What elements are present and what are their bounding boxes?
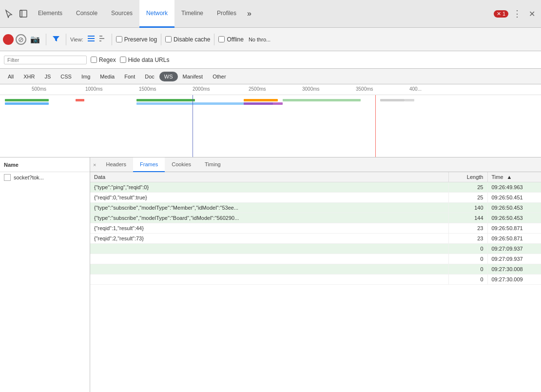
sort-arrow: ▲ xyxy=(507,174,512,180)
cell-time-1: 09:26:50.451 xyxy=(487,193,541,203)
cell-length-2: 140 xyxy=(448,203,487,213)
svg-rect-6 xyxy=(99,38,104,39)
col-header-length[interactable]: Length xyxy=(448,172,487,182)
type-filter-img[interactable]: Img xyxy=(77,72,95,81)
record-button[interactable] xyxy=(3,34,14,45)
more-options-button[interactable]: ⋮ xyxy=(510,7,524,20)
table-row[interactable]: {"reqid":2,"result":73}2309:26:50.871 xyxy=(90,234,541,244)
net-bar-10 xyxy=(405,99,414,101)
col-header-data[interactable]: Data xyxy=(90,172,448,182)
table-row[interactable]: {"type":"subscribe","modelType":"Member"… xyxy=(90,203,541,213)
type-filter-ws[interactable]: WS xyxy=(159,72,178,81)
ruler-tick-1: 1000ms xyxy=(85,86,103,92)
regex-checkbox[interactable] xyxy=(91,57,97,63)
tab-network[interactable]: Network xyxy=(139,0,174,28)
separator-5 xyxy=(214,34,214,45)
hide-data-urls-checkbox[interactable] xyxy=(120,57,126,63)
cell-length-9: 0 xyxy=(448,274,487,285)
preserve-log-text: Preserve log xyxy=(124,36,157,43)
tab-timing[interactable]: Timing xyxy=(198,157,228,172)
view-list-icon[interactable] xyxy=(86,34,96,45)
table-row[interactable]: {"type":"subscribe","modelType":"Board",… xyxy=(90,213,541,223)
svg-rect-4 xyxy=(88,40,95,41)
table-row[interactable]: 009:27:30.009 xyxy=(90,274,541,285)
net-bar-9 xyxy=(380,99,405,101)
table-row[interactable]: 009:27:09.937 xyxy=(90,254,541,264)
type-filter-css[interactable]: CSS xyxy=(56,72,77,81)
table-row[interactable]: 009:27:09.937 xyxy=(90,244,541,254)
tab-elements[interactable]: Elements xyxy=(31,0,69,28)
net-bar-6 xyxy=(244,99,278,101)
table-row[interactable]: {"type":"ping","reqid":0}2509:26:49.963 xyxy=(90,182,541,193)
separator-3 xyxy=(112,34,112,45)
tab-sources[interactable]: Sources xyxy=(104,0,139,28)
type-filter-font[interactable]: Font xyxy=(119,72,140,81)
tab-headers[interactable]: Headers xyxy=(99,157,133,172)
cell-length-6: 0 xyxy=(448,244,487,254)
tab-cookies[interactable]: Cookies xyxy=(165,157,198,172)
filter-button[interactable] xyxy=(50,34,62,45)
disable-cache-label[interactable]: Disable cache xyxy=(165,36,210,43)
devtools-close-button[interactable]: ✕ xyxy=(525,9,539,19)
cell-length-5: 23 xyxy=(448,234,487,244)
cell-length-0: 25 xyxy=(448,182,487,193)
more-tabs-button[interactable]: » xyxy=(243,9,255,18)
dock-icon[interactable] xyxy=(17,7,30,20)
left-item-socket[interactable]: socket?tok... xyxy=(0,172,90,183)
right-panel: × Headers Frames Cookies Timing Data Len… xyxy=(90,157,541,392)
cell-data-0: {"type":"ping","reqid":0} xyxy=(90,182,448,193)
offline-checkbox[interactable] xyxy=(218,36,225,42)
col-header-time[interactable]: Time ▲ xyxy=(487,172,541,182)
net-bar-1 xyxy=(5,99,49,101)
table-row[interactable]: 009:27:30.008 xyxy=(90,264,541,274)
left-panel: Name socket?tok... xyxy=(0,157,90,392)
disable-cache-checkbox[interactable] xyxy=(165,36,172,42)
type-filter-all[interactable]: All xyxy=(3,72,19,81)
svg-rect-5 xyxy=(99,36,102,37)
hide-data-urls-label[interactable]: Hide data URLs xyxy=(120,57,170,63)
type-filter-xhr[interactable]: XHR xyxy=(19,72,39,81)
main-area: Name socket?tok... × Headers Frames Cook… xyxy=(0,157,541,392)
panel-tab-close[interactable]: × xyxy=(90,162,99,168)
cell-data-2: {"type":"subscribe","modelType":"Member"… xyxy=(90,203,448,213)
socket-name: socket?tok... xyxy=(14,175,44,180)
cell-length-4: 23 xyxy=(448,223,487,234)
regex-text: Regex xyxy=(99,57,116,63)
regex-label[interactable]: Regex xyxy=(91,57,116,63)
frames-scroll[interactable]: Data Length Time ▲ {"type":"ping","reqid… xyxy=(90,172,541,392)
cell-time-2: 09:26:50.453 xyxy=(487,203,541,213)
tab-console[interactable]: Console xyxy=(69,0,104,28)
cell-time-7: 09:27:09.937 xyxy=(487,254,541,264)
type-filter-doc[interactable]: Doc xyxy=(140,72,159,81)
cell-time-6: 09:27:09.937 xyxy=(487,244,541,254)
table-row[interactable]: {"reqid":0,"result":true}2509:26:50.451 xyxy=(90,193,541,203)
net-bar-8 xyxy=(283,99,361,101)
ruler-tick-6: 3500ms xyxy=(356,86,373,92)
stop-button[interactable]: ⊘ xyxy=(16,34,26,45)
preserve-log-checkbox[interactable] xyxy=(116,36,122,42)
offline-label[interactable]: Offline xyxy=(218,36,243,43)
cursor-icon[interactable] xyxy=(2,7,16,20)
separator-1 xyxy=(46,34,46,45)
preserve-log-label[interactable]: Preserve log xyxy=(116,36,157,43)
type-filter-js[interactable]: JS xyxy=(39,72,56,81)
tab-profiles[interactable]: Profiles xyxy=(210,0,243,28)
svg-rect-2 xyxy=(88,36,95,37)
cell-length-1: 25 xyxy=(448,193,487,203)
tab-timeline[interactable]: Timeline xyxy=(174,0,210,28)
cell-data-9 xyxy=(90,274,448,285)
type-filter-other[interactable]: Other xyxy=(208,72,231,81)
error-badge: ✕ 1 xyxy=(494,10,508,18)
view-label: View: xyxy=(70,37,83,42)
type-filter-media[interactable]: Media xyxy=(95,72,119,81)
ruler-tick-3: 2000ms xyxy=(193,86,210,92)
filter-input[interactable] xyxy=(4,56,87,64)
frames-table: Data Length Time ▲ {"type":"ping","reqid… xyxy=(90,172,541,285)
left-panel-header-text: Name xyxy=(4,162,19,168)
tab-frames[interactable]: Frames xyxy=(133,157,165,172)
screenshot-button[interactable]: 📷 xyxy=(28,34,42,45)
table-row[interactable]: {"reqid":1,"result":44}2309:26:50.871 xyxy=(90,223,541,234)
type-filter-manifest[interactable]: Manifest xyxy=(178,72,208,81)
cell-length-7: 0 xyxy=(448,254,487,264)
view-waterfall-icon[interactable] xyxy=(98,34,108,45)
